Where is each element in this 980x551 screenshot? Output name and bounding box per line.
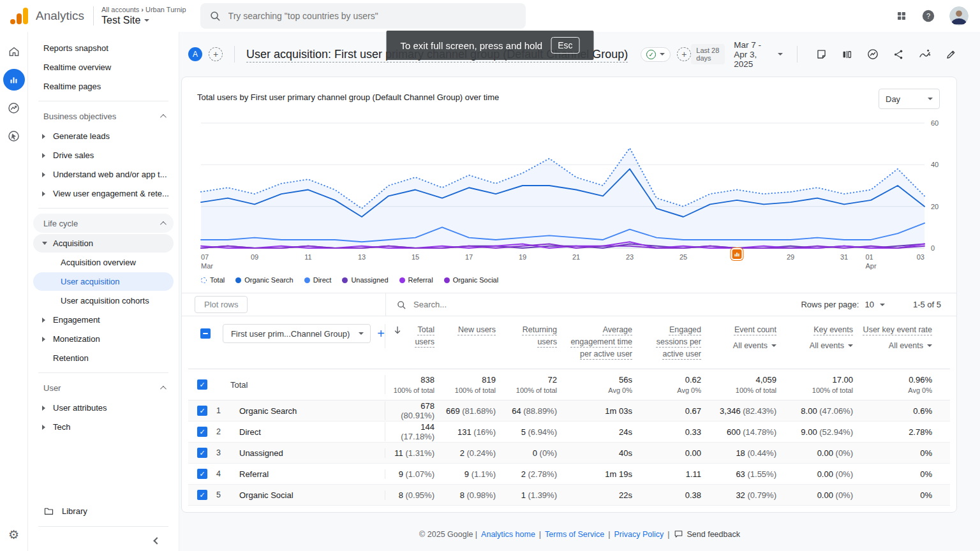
sidebar-item-label: Drive sales [53, 151, 94, 160]
share-icon[interactable] [893, 48, 905, 61]
row-checkbox[interactable]: ✓ [197, 448, 207, 458]
column-header-returning-users[interactable]: Returning users [505, 324, 566, 348]
column-event-filter[interactable]: All events [785, 340, 853, 352]
dimension-dropdown[interactable]: First user prim...Channel Group) [223, 324, 371, 343]
anomaly-marker-icon[interactable] [731, 248, 743, 260]
column-header-total-users[interactable]: Total users [385, 324, 443, 348]
metric-cell: 678 (80.91%) [385, 401, 443, 420]
add-report-button[interactable]: + [677, 47, 691, 61]
check-circle-icon: ✓ [646, 50, 656, 59]
sidebar-item-engagement[interactable]: Engagement [33, 311, 174, 329]
search-input[interactable] [228, 11, 517, 21]
column-event-filter[interactable]: All events [710, 340, 776, 352]
granularity-dropdown[interactable]: Day [879, 89, 940, 109]
sidebar-item-user-acquisition[interactable]: User acquisition [33, 272, 174, 291]
channel-name: Direct [235, 427, 385, 437]
footer-link-analytics-home[interactable]: Analytics home [481, 530, 535, 539]
rows-per-page-value[interactable]: 10 [865, 300, 873, 309]
sidebar-section-business-objectives[interactable]: Business objectives [33, 107, 174, 126]
home-icon[interactable] [3, 41, 25, 62]
table-row-organic-search[interactable]: ✓1Organic Search678 (80.91%)669 (81.68%)… [188, 400, 950, 422]
analytics-logo[interactable]: Analytics [0, 8, 93, 24]
chart-legend: TotalOrganic SearchDirectUnassignedRefer… [201, 276, 944, 284]
table-row-organic-social[interactable]: ✓5Organic Social8 (0.95%)8 (0.98%)1 (1.3… [188, 485, 950, 506]
sidebar-item-label: Reports snapshot [43, 43, 108, 53]
sidebar-item-realtime-pages[interactable]: Realtime pages [33, 77, 174, 96]
column-header-new-users[interactable]: New users [443, 324, 505, 336]
total-row-checkbox[interactable]: ✓ [197, 379, 207, 390]
sidebar-item-retention[interactable]: Retention [33, 349, 174, 367]
footer-link-terms[interactable]: Terms of Service [545, 530, 604, 539]
legend-dot-icon [342, 277, 348, 283]
sidebar-item-user-attributes[interactable]: User attributes [33, 399, 174, 417]
legend-item-organic-social[interactable]: Organic Social [444, 276, 499, 284]
footer-link-privacy[interactable]: Privacy Policy [614, 530, 664, 539]
sidebar-item-drive-sales[interactable]: Drive sales [33, 146, 174, 165]
y-axis-tick: 60 [931, 119, 939, 127]
select-all-checkbox[interactable] [200, 328, 211, 339]
report-status-dropdown[interactable]: ✓ [641, 47, 671, 62]
sidebar-item-realtime-overview[interactable]: Realtime overview [33, 58, 174, 77]
insights-icon[interactable] [866, 48, 879, 61]
footer-separator: | [667, 530, 669, 539]
table-row-unassigned[interactable]: ✓3Unassigned11 (1.31%)2 (0.24%)0 (0%)40s… [188, 443, 950, 464]
sidebar-item-acquisition[interactable]: Acquisition [33, 234, 174, 253]
column-header-average-engagement-time-per-active-user[interactable]: Average engagement time per active user [566, 324, 641, 360]
column-header-user-key-event-rate[interactable]: User key event rateAll events [862, 324, 950, 352]
feedback-bubble-icon [674, 529, 683, 539]
date-range-picker[interactable]: Mar 7 - Apr 3, 2025 [734, 40, 783, 69]
admin-gear-icon[interactable]: ⚙ [8, 527, 19, 542]
user-avatar[interactable] [949, 6, 969, 26]
account-switcher[interactable]: All accounts › Urban Turnip Test Site [94, 6, 194, 26]
column-event-filter[interactable]: All events [862, 340, 932, 352]
help-icon[interactable]: ? [921, 9, 935, 23]
sidebar-item-monetization[interactable]: Monetization [33, 330, 174, 348]
legend-item-total[interactable]: Total [201, 276, 225, 284]
table-search[interactable] [386, 300, 801, 310]
sidebar-section-life-cycle[interactable]: Life cycle [33, 214, 174, 233]
sidebar-item-reports-snapshot[interactable]: Reports snapshot [33, 39, 174, 57]
sidebar-item-understand-web-and-or-app-t[interactable]: Understand web and/or app t... [33, 165, 174, 184]
column-header-key-events[interactable]: Key eventsAll events [785, 324, 862, 352]
notes-icon[interactable] [815, 48, 828, 61]
sidebar-item-tech[interactable]: Tech [33, 418, 174, 436]
row-checkbox[interactable]: ✓ [197, 406, 207, 416]
sidebar-item-user-acquisition-cohorts[interactable]: User acquisition cohorts [33, 291, 174, 310]
apps-grid-icon[interactable] [896, 10, 907, 22]
sidebar-section-user[interactable]: User [33, 378, 174, 397]
row-checkbox[interactable]: ✓ [197, 427, 207, 437]
table-row-referral[interactable]: ✓4Referral9 (1.07%)9 (1.1%)2 (2.78%)1m 1… [188, 464, 950, 485]
explore-icon[interactable] [3, 97, 25, 119]
row-checkbox[interactable]: ✓ [197, 469, 207, 479]
row-checkbox[interactable]: ✓ [197, 490, 207, 500]
report-owner-avatar[interactable]: A [188, 47, 202, 61]
table-search-input[interactable] [413, 300, 801, 309]
send-feedback-button[interactable]: Send feedback [674, 529, 740, 539]
column-header-engaged-sessions-per-active-user[interactable]: Engaged sessions per active user [641, 324, 710, 360]
table-row-direct[interactable]: ✓2Direct144 (17.18%)131 (16%)5 (6.94%)24… [188, 422, 950, 443]
advertising-icon[interactable] [3, 125, 25, 147]
chart-canvas[interactable] [201, 123, 924, 248]
metric-cell: 144 (17.18%) [385, 422, 443, 441]
reports-icon[interactable] [3, 69, 25, 91]
legend-item-organic-search[interactable]: Organic Search [235, 276, 293, 284]
collapse-sidebar-button[interactable] [33, 532, 174, 547]
legend-item-direct[interactable]: Direct [304, 276, 332, 284]
edit-pencil-icon[interactable] [945, 48, 957, 61]
sidebar-item-generate-leads[interactable]: Generate leads [33, 127, 174, 145]
legend-item-unassigned[interactable]: Unassigned [342, 276, 388, 284]
sidebar-item-acquisition-overview[interactable]: Acquisition overview [33, 253, 174, 272]
column-header-event-count[interactable]: Event countAll events [710, 324, 785, 352]
chart-y-axis: 0204060 [924, 123, 944, 248]
legend-item-referral[interactable]: Referral [399, 276, 433, 284]
insights-sparkline-icon[interactable] [918, 48, 932, 61]
global-search[interactable] [200, 3, 526, 29]
sidebar-item-library[interactable]: Library [33, 501, 174, 521]
add-dimension-button[interactable]: + [377, 327, 385, 340]
add-collaborator-button[interactable]: + [209, 47, 223, 61]
chevron-down-icon[interactable] [880, 304, 885, 306]
sidebar-item-view-user-engagement-rete[interactable]: View user engagement & rete... [33, 184, 174, 203]
top-bar: Analytics All accounts › Urban Turnip Te… [0, 0, 980, 32]
comparison-icon[interactable] [841, 48, 853, 61]
plot-rows-button[interactable]: Plot rows [195, 296, 248, 313]
